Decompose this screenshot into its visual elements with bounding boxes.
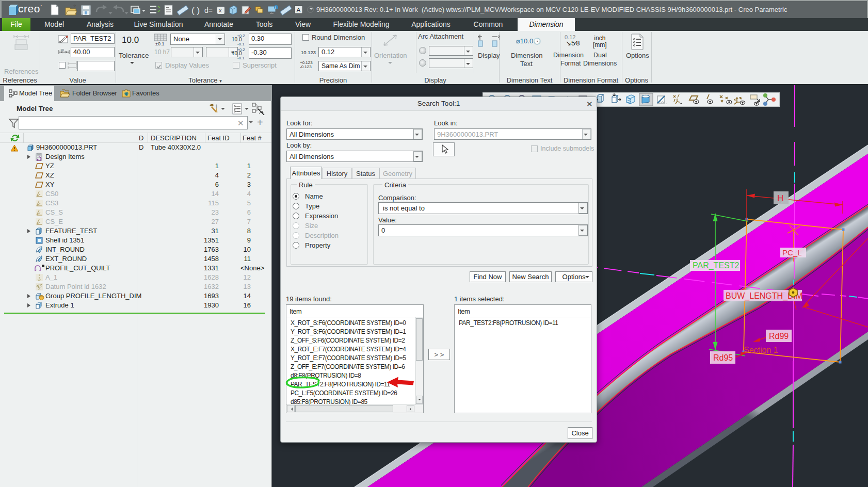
svg-text:Section 1: Section 1 bbox=[744, 346, 778, 354]
svg-text:( ): ( ) bbox=[191, 6, 200, 15]
svg-text:-0.1: -0.1 bbox=[237, 56, 245, 60]
svg-text:±0.1: ±0.1 bbox=[155, 41, 164, 46]
svg-text:10: 10 bbox=[60, 48, 64, 52]
svg-text:x: x bbox=[219, 7, 222, 13]
svg-text:Rd99: Rd99 bbox=[769, 332, 789, 340]
svg-text:Rd95: Rd95 bbox=[713, 353, 733, 362]
svg-text:PAR_TEST2: PAR_TEST2 bbox=[693, 261, 740, 270]
svg-text:H: H bbox=[777, 193, 783, 203]
svg-text:d=: d= bbox=[204, 6, 213, 14]
svg-text:PC_L: PC_L bbox=[782, 248, 802, 257]
svg-text:-0.1: -0.1 bbox=[237, 42, 245, 46]
